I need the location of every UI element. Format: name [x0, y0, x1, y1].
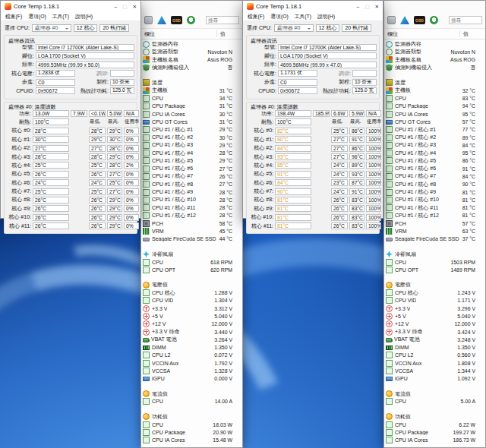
sensor-row[interactable]: +5 V5.040 V: [384, 312, 485, 320]
cpu-select[interactable]: 處理器 #0: [274, 24, 314, 32]
sensor-row[interactable]: CPU34 °C: [141, 94, 242, 102]
sensor-section-header[interactable]: 電壓值: [384, 281, 485, 289]
sensor-row[interactable]: CPU #1 / 核心 #329 °C: [141, 141, 242, 149]
cpu-select[interactable]: 處理器 #0: [32, 24, 71, 32]
sensor-row[interactable]: 監測器類型Nuvoton N: [141, 48, 242, 55]
search-input[interactable]: [206, 16, 239, 24]
sensor-row[interactable]: CPU6.22 W: [384, 421, 485, 428]
sensor-row[interactable]: CPU L20.072 V: [141, 352, 242, 359]
title-bar[interactable]: Core Temp 1.18.1 – ▢ ✕: [243, 1, 383, 12]
close-button[interactable]: ✕: [132, 4, 137, 10]
menu-item[interactable]: 說明(H): [75, 13, 93, 21]
sensor-section-header[interactable]: 溫度: [141, 79, 242, 87]
sensor-row[interactable]: CPU #1 / 核心 #428 °C: [141, 149, 242, 156]
sensor-row[interactable]: CPU #1 / 核心 #691 °C: [384, 165, 485, 172]
sensor-section-header[interactable]: 冷卻風扇: [141, 251, 242, 258]
sensor-row[interactable]: 偵測到機箱侵入否: [384, 64, 485, 71]
sensor-row[interactable]: CPU VID1.304 V: [141, 297, 242, 304]
sensor-row[interactable]: CPU IA Cores15.48 W: [141, 437, 242, 444]
sensor-row[interactable]: iGPU1.092 V: [384, 375, 485, 383]
sensor-row[interactable]: DIMM1.350 V: [384, 343, 485, 351]
sensor-row[interactable]: PCH57 °C: [384, 219, 485, 227]
sensor-row[interactable]: CPU14.00 A: [141, 398, 242, 405]
sensor-section-header[interactable]: 功耗值: [141, 413, 242, 421]
sensor-row[interactable]: 主機板32 °C: [384, 87, 485, 94]
sensor-row[interactable]: CPU Package31 °C: [141, 103, 242, 110]
sensor-section-header[interactable]: 功耗值: [384, 413, 485, 421]
sensor-row[interactable]: +3.3 V3.312 V: [141, 304, 242, 312]
sensor-row[interactable]: CPU Package20.90 W: [141, 428, 242, 436]
sensor-row[interactable]: VCCSA1.344 V: [384, 367, 485, 374]
sensor-row[interactable]: CPU IA Cores30 °C: [141, 110, 242, 118]
sensor-row[interactable]: VRM45 °C: [141, 227, 242, 235]
sensor-row[interactable]: CPU #1 / 核心 #1228 °C: [141, 212, 242, 219]
sensor-row[interactable]: +12 V12.000 V: [141, 320, 242, 328]
sensor-row[interactable]: VBAT 電池3.264 V: [141, 336, 242, 343]
sensor-row[interactable]: CPU OPT1489 RPM: [384, 266, 485, 273]
sensor-row[interactable]: CPU #1 / 核心 #1128 °C: [141, 204, 242, 212]
sensor-row[interactable]: VRM63 °C: [384, 227, 485, 235]
close-button[interactable]: ✕: [374, 4, 379, 10]
sensor-row[interactable]: CPU #1 / 核心 #384 °C: [384, 141, 485, 149]
menu-item[interactable]: 說明(H): [317, 13, 335, 21]
osd-icon[interactable]: OSD: [171, 16, 182, 24]
graph-icon[interactable]: [157, 16, 166, 24]
sensor-row[interactable]: CPU #1 / 核心 #495 °C: [384, 149, 485, 156]
sensor-row[interactable]: CPU #1 / 核心 #726 °C: [141, 172, 242, 180]
sensor-row[interactable]: 主機板名稱Asus ROG: [384, 56, 485, 64]
sensor-row[interactable]: 監測器類型Nuvoton N: [384, 48, 485, 55]
sensor-row[interactable]: VCCIN Aux1.808 V: [384, 359, 485, 367]
sensor-row[interactable]: CPU 核心1.243 V: [384, 289, 485, 296]
sensor-row[interactable]: CPU18.03 W: [141, 421, 242, 428]
sensor-row[interactable]: CPU OPT620 RPM: [141, 266, 242, 273]
field-column-header[interactable]: 欄位: [387, 30, 398, 38]
sensor-row[interactable]: CPU #1 / 核心 #981 °C: [384, 188, 485, 196]
sensor-row[interactable]: CPU5.00 A: [384, 398, 485, 405]
sensor-row[interactable]: CPU Package199.27 W: [384, 428, 485, 436]
sensor-row[interactable]: 主機板名稱Asus ROG: [141, 56, 242, 64]
sensor-row[interactable]: CPU #1 / 核心 #1028 °C: [141, 196, 242, 203]
sensor-section-header[interactable]: 溫度: [384, 79, 485, 87]
sensor-row[interactable]: +12 V12.000 V: [384, 320, 485, 328]
search-input[interactable]: [449, 16, 482, 24]
menu-item[interactable]: 工具(T): [295, 13, 311, 21]
gauge-icon[interactable]: [187, 16, 195, 24]
sensor-section-header[interactable]: 電壓值: [141, 281, 242, 289]
sensor-row[interactable]: +3.3 V 待命3.440 V: [141, 328, 242, 336]
sensor-row[interactable]: 偵測到機箱侵入否: [141, 64, 242, 71]
sensor-row[interactable]: CPU VID1.171 V: [384, 297, 485, 304]
title-bar[interactable]: Core Temp 1.18.1 – ▢ ✕: [1, 1, 140, 12]
sensor-section-header[interactable]: 電流值: [141, 390, 242, 398]
sensor-row[interactable]: CPU #1 / 核心 #627 °C: [141, 165, 242, 172]
menu-item[interactable]: 工具(T): [52, 13, 69, 21]
sensor-row[interactable]: CPU IA Cores95 °C: [384, 110, 485, 118]
sensor-row[interactable]: CPU1503 RPM: [384, 258, 485, 266]
sensor-row[interactable]: 主機板31 °C: [141, 87, 242, 94]
sensor-row[interactable]: VBAT 電池3.248 V: [384, 336, 485, 343]
sensor-row[interactable]: CPU #1 / 核心 #1281 °C: [384, 212, 485, 219]
sensor-row[interactable]: CPU 核心1.288 V: [141, 289, 242, 296]
pc-case-icon[interactable]: [387, 16, 396, 24]
minimize-button[interactable]: –: [115, 4, 118, 9]
sensor-row[interactable]: iGPU0.000 V: [141, 375, 242, 383]
sensor-row[interactable]: CPU IA Cores186.73 W: [384, 437, 485, 444]
sensor-row[interactable]: CPU #1 / 核心 #529 °C: [141, 157, 242, 165]
sensor-row[interactable]: PCH58 °C: [141, 219, 242, 227]
sensor-row[interactable]: CPU Package94 °C: [384, 103, 485, 110]
sensor-row[interactable]: CPU #1 / 核心 #784 °C: [384, 172, 485, 180]
graph-icon[interactable]: [400, 16, 409, 24]
sensor-row[interactable]: CPU #1 / 核心 #129 °C: [141, 126, 242, 134]
sensor-section-header[interactable]: 冷卻風扇: [384, 251, 485, 258]
sensor-row[interactable]: CPU #1 / 核心 #586 °C: [384, 157, 485, 165]
sensor-row[interactable]: CPU #1 / 核心 #1181 °C: [384, 204, 485, 212]
sensor-row[interactable]: CPU #1 / 核心 #177 °C: [384, 126, 485, 134]
minimize-button[interactable]: –: [357, 4, 360, 9]
value-column-header[interactable]: 值: [220, 30, 226, 38]
sensor-row[interactable]: DIMM1.350 V: [141, 343, 242, 351]
osd-icon[interactable]: OSD: [414, 16, 425, 24]
sensor-section-header[interactable]: 監測器內容: [384, 40, 485, 48]
pc-case-icon[interactable]: [144, 16, 153, 24]
sensor-row[interactable]: +5 V5.040 V: [141, 312, 242, 320]
sensor-row[interactable]: Seagate FireCuda SE SSD ZP...37 °C: [384, 235, 485, 243]
sensor-row[interactable]: CPU83 °C: [384, 94, 485, 102]
